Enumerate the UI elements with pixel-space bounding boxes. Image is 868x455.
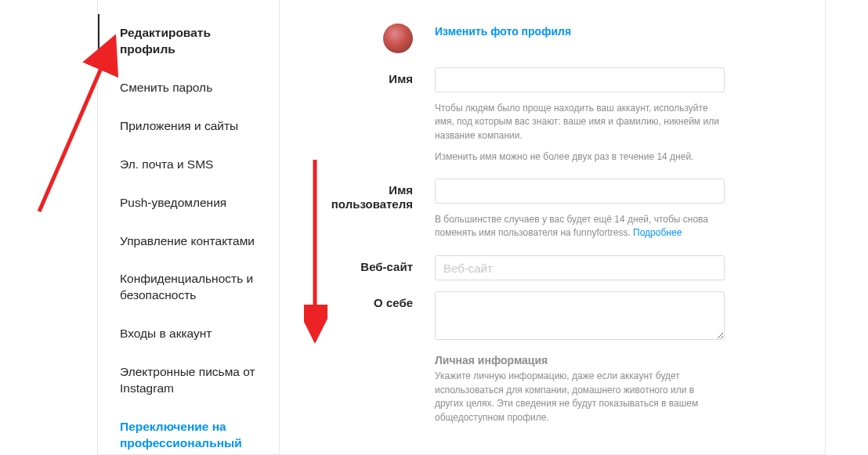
- website-input[interactable]: [435, 255, 725, 280]
- sidebar-item-login-activity[interactable]: Входы в аккаунт: [98, 315, 279, 353]
- website-label: Веб-сайт: [311, 255, 435, 274]
- sidebar-item-push-notifications[interactable]: Push-уведомления: [98, 184, 279, 222]
- username-help-more-link[interactable]: Подробнее: [633, 227, 682, 238]
- sidebar-item-email-sms[interactable]: Эл. почта и SMS: [98, 146, 279, 184]
- name-label: Имя: [311, 67, 435, 86]
- settings-sidebar: Редактировать профиль Сменить пароль При…: [98, 0, 280, 454]
- sidebar-item-change-password[interactable]: Сменить пароль: [98, 69, 279, 107]
- avatar[interactable]: [383, 23, 413, 53]
- sidebar-item-edit-profile[interactable]: Редактировать профиль: [98, 14, 279, 69]
- name-help-2: Изменить имя можно не более двух раз в т…: [435, 150, 725, 164]
- username-input[interactable]: [435, 179, 725, 204]
- username-label: Имя пользователя: [311, 179, 435, 211]
- username-help: В большинстве случаев у вас будет ещё 14…: [435, 213, 725, 240]
- sidebar-item-apps-websites[interactable]: Приложения и сайты: [98, 107, 279, 146]
- name-input[interactable]: [435, 67, 725, 92]
- bio-label: О себе: [311, 291, 435, 310]
- bio-textarea[interactable]: [435, 291, 725, 340]
- sidebar-item-switch-professional[interactable]: Переключение на профессиональный: [98, 408, 279, 455]
- personal-info-title: Личная информация: [435, 354, 725, 367]
- personal-info-help: Укажите личную информацию, даже если акк…: [435, 370, 725, 424]
- change-photo-link[interactable]: Изменить фото профиля: [435, 23, 571, 38]
- name-help-1: Чтобы людям было проще находить ваш акка…: [435, 102, 725, 143]
- sidebar-item-emails-from-instagram[interactable]: Электронные письма от Instagram: [98, 353, 279, 408]
- profile-form: Изменить фото профиля Имя Чтобы людям бы…: [280, 0, 825, 454]
- sidebar-item-manage-contacts[interactable]: Управление контактами: [98, 222, 279, 261]
- sidebar-item-privacy-security[interactable]: Конфиденциальность и безопасность: [98, 260, 279, 315]
